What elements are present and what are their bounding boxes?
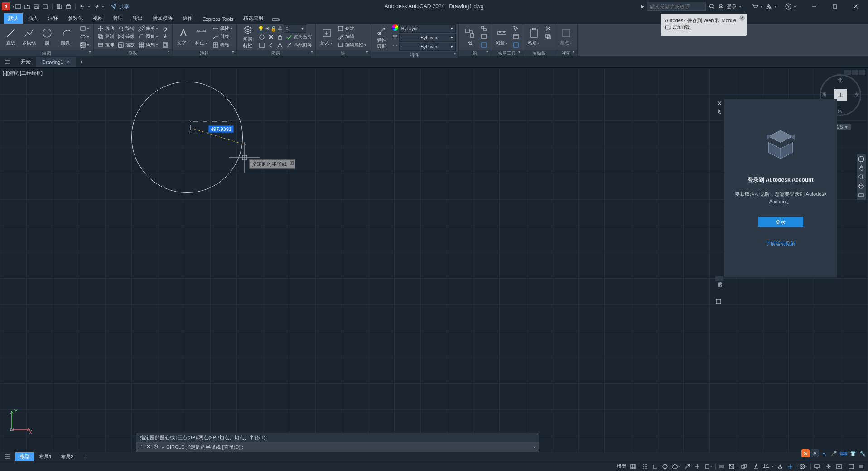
clean-screen-button[interactable] (847, 462, 855, 471)
ribbon-tab-view[interactable]: 视图 (88, 13, 107, 24)
ortho-toggle[interactable] (651, 462, 659, 471)
nav-zoom-icon[interactable] (858, 174, 864, 180)
cmd-close-icon[interactable] (146, 444, 152, 450)
cut-button[interactable] (544, 25, 552, 33)
panel-login-button[interactable]: 登录 (758, 217, 803, 227)
panel-props-title[interactable]: 特性▼ (371, 52, 458, 58)
osnap-toggle[interactable] (683, 462, 691, 471)
nav-wheel-icon[interactable] (858, 156, 864, 162)
panel-collapse-button[interactable] (717, 108, 723, 115)
ribbon-tab-featured[interactable]: 精选应用 (239, 13, 268, 24)
selection-cycle-toggle[interactable] (740, 462, 748, 471)
layer-prev-button[interactable] (267, 41, 275, 49)
linear-dim-button[interactable]: 线性▼ (212, 25, 234, 33)
tray-tool-icon[interactable]: 🔧 (858, 449, 867, 457)
panel-layers-title[interactable]: 图层▼ (237, 50, 315, 56)
vc-east[interactable]: 东 (854, 91, 859, 98)
qcalc-button[interactable] (512, 33, 520, 41)
vp-minimize-button[interactable] (844, 70, 851, 75)
tray-shirt-icon[interactable]: 👕 (849, 449, 857, 457)
search-input[interactable] (647, 2, 706, 11)
nav-pan-icon[interactable] (858, 165, 864, 171)
login-button[interactable]: 登录 (727, 3, 737, 10)
ribbon-tab-parametric[interactable]: 参数化 (63, 13, 87, 24)
hardware-accel-toggle[interactable] (825, 462, 833, 471)
array-button[interactable]: 阵列▼ (137, 41, 159, 48)
layout-menu-button[interactable] (3, 452, 13, 461)
polar-toggle[interactable] (661, 462, 669, 471)
add-layout-button[interactable]: ＋ (78, 452, 92, 461)
group-edit-button[interactable] (480, 33, 488, 41)
layer-iso-button[interactable] (258, 41, 266, 49)
search-icon[interactable] (709, 3, 715, 10)
close-tab-icon[interactable]: ✕ (67, 60, 70, 64)
panel-draw-title[interactable]: 绘图▼ (0, 50, 93, 56)
edit-block-button[interactable]: 编辑 (337, 33, 368, 41)
panel-modify-title[interactable]: 修改▼ (94, 49, 172, 56)
layer-lock-button[interactable] (276, 33, 284, 41)
tab-model[interactable]: 模型 (15, 452, 34, 461)
text-button[interactable]: A文字 ▼ (175, 24, 192, 49)
vc-west[interactable]: 西 (821, 91, 826, 98)
nav-showmotion-icon[interactable] (858, 192, 864, 198)
copy-clip-button[interactable] (544, 33, 552, 41)
save-icon[interactable] (33, 3, 39, 10)
fillet-button[interactable]: 圆角▼ (137, 33, 159, 40)
panel-close-button[interactable] (717, 101, 723, 107)
layer-select[interactable]: 0▼ (284, 24, 306, 33)
erase-button[interactable] (161, 24, 169, 32)
move-button[interactable]: 移动 (96, 24, 115, 32)
circle-button[interactable]: 圆 (39, 24, 55, 49)
set-current-button[interactable]: 置为当前 (285, 33, 313, 41)
search-expand-icon[interactable]: ▶ (641, 5, 644, 9)
base-view-button[interactable]: 基点 ▼ (558, 24, 574, 49)
group-bb-button[interactable] (480, 41, 488, 49)
ribbon-overflow-button[interactable]: ▼ (271, 15, 281, 24)
vp-maximize-button[interactable] (852, 70, 858, 75)
new-tab-button[interactable]: ＋ (76, 58, 86, 65)
measure-button[interactable]: 测量 ▼ (494, 24, 510, 49)
panel-utils-title[interactable]: 实用工具▼ (491, 50, 523, 56)
grid-toggle[interactable] (629, 462, 637, 471)
panel-groups-title[interactable]: 组▼ (459, 50, 491, 56)
ribbon-tab-default[interactable]: 默认 (4, 13, 23, 24)
insert-button[interactable]: 插入 ▼ (318, 24, 335, 49)
customize-button[interactable] (857, 462, 865, 471)
leader-button[interactable]: 引线 (212, 33, 234, 41)
minimize-button[interactable] (804, 0, 825, 13)
undo-icon[interactable] (79, 3, 86, 10)
group-button[interactable]: 组 (462, 24, 478, 49)
snap-toggle[interactable] (641, 462, 649, 471)
create-block-button[interactable]: 创建 (337, 25, 368, 33)
ellipse-button[interactable]: ▼ (79, 33, 91, 41)
ribbon-tab-collab[interactable]: 协作 (178, 13, 197, 24)
stretch-button[interactable]: 拉伸 (96, 41, 115, 48)
explode-button[interactable] (161, 33, 169, 40)
saveas-icon[interactable] (42, 3, 48, 10)
trim-button[interactable]: 修剪▼ (137, 24, 159, 32)
table-button[interactable]: 表格 (212, 41, 234, 49)
status-scale[interactable]: 1:1 (762, 464, 770, 469)
panel-tab-icon[interactable] (715, 298, 723, 306)
viewport-label[interactable]: [-][俯视][二维线框] (3, 70, 43, 77)
ribbon-tab-express[interactable]: Express Tools (198, 14, 238, 24)
status-model[interactable]: 模型 (616, 463, 627, 470)
ungroup-button[interactable] (480, 25, 488, 33)
hatch-button[interactable]: ▼ (79, 41, 91, 49)
app-icon[interactable]: A (2, 2, 10, 10)
ribbon-tab-annotate[interactable]: 注释 (43, 13, 63, 24)
panel-view-title[interactable]: 视图▼ (555, 50, 577, 56)
arc-button[interactable]: 圆弧 ▼ (57, 24, 77, 49)
dimension-button[interactable]: 标注 ▼ (193, 24, 210, 49)
select-button[interactable] (512, 25, 520, 33)
match-layer-button[interactable]: 匹配图层 (285, 41, 313, 49)
copy-button[interactable]: 复制 (96, 33, 115, 40)
maximize-button[interactable] (825, 0, 845, 13)
notif-close-button[interactable]: ✕ (739, 15, 745, 21)
panel-tab[interactable]: 活动见解 (715, 276, 723, 281)
layer-properties-button[interactable]: 图层 特性 (240, 24, 256, 49)
annovis-toggle[interactable] (776, 462, 784, 471)
share-button[interactable]: 共享 (111, 3, 129, 10)
vc-north[interactable]: 北 (838, 77, 843, 84)
cmd-handle-icon[interactable] (139, 444, 145, 450)
